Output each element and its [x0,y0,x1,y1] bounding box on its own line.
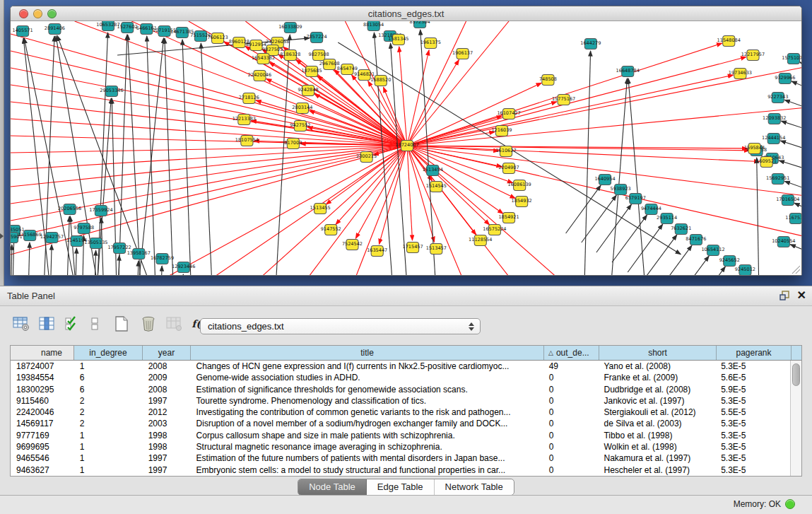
graph-node-yellow[interactable]: 1513457 [426,244,447,255]
table-row[interactable]: 946554611997Estimation of the future num… [11,452,790,464]
graph-node-yellow[interactable]: 1854932 [512,197,532,207]
graph-node-teal[interactable]: 29053346 [100,86,123,97]
column-header-out_de[interactable]: △out_de... [544,346,599,360]
table-row[interactable]: 969969511998Structural magnetic resonanc… [11,441,790,452]
graph-node-teal[interactable]: 2891406 [45,24,65,35]
graph-node-teal[interactable]: 15692951 [766,174,789,185]
graph-node-yellow[interactable]: 1514545 [426,182,447,192]
graph-node-yellow[interactable]: 817003 [284,139,302,149]
graph-node-teal[interactable]: 13505135 [84,238,107,249]
graph-node-yellow[interactable]: 18107554 [235,136,259,146]
graph-node-teal[interactable]: 9227343 [767,93,788,103]
graph-node-teal[interactable]: 1527602 [117,23,138,33]
table-row[interactable]: 1830029562008Estimation of significance … [11,384,790,395]
graph-node-yellow[interactable]: 12217957 [741,50,765,61]
graph-node-teal[interactable]: 1640954 [594,175,615,185]
float-panel-icon[interactable] [779,290,790,301]
graph-node-teal[interactable]: 7857224 [307,33,327,43]
network-canvas[interactable]: 1405571289140610653287152760264661611071… [11,21,801,275]
graph-node-teal[interactable]: 9245652 [719,256,740,267]
table-row[interactable]: 977716911998Corpus callosum shape and si… [11,430,790,441]
table-row[interactable]: 946362711997Embryonic stem cells: a mode… [11,465,790,476]
graph-node-yellow[interactable]: 1581345 [388,35,408,45]
graph-node-yellow[interactable]: 1610627 [495,146,516,157]
graph-node-teal[interactable]: 8572304 [410,21,430,28]
graph-node-yellow[interactable]: 1854921 [498,213,519,223]
memory-indicator-icon[interactable] [785,499,795,509]
table-select[interactable]: citations_edges.txt [200,318,481,334]
graph-node-teal[interactable]: 8813054 [363,21,384,31]
table-vertical-scrollbar[interactable] [790,361,801,476]
graph-node-yellow[interactable]: 16107427 [497,109,520,119]
table-panel-header[interactable]: Table Panel ✕ [0,286,812,306]
column-settings-icon[interactable] [37,313,57,334]
create-column-icon[interactable] [112,313,131,334]
graph-node-yellow[interactable]: 748508 [539,75,557,86]
column-header-short[interactable]: short [599,346,717,360]
graph-node-yellow[interactable]: 1609521 [756,157,777,168]
table-row[interactable]: 1456911722003Disruption of a novel membe… [11,418,790,429]
graph-node-yellow[interactable]: 15775167 [552,95,575,105]
window-titlebar[interactable]: citations_edges.txt [11,6,801,21]
graph-node-teal[interactable]: 9245012 [735,265,755,276]
network-view-window[interactable]: citations_edges.txt 14055712891406106532… [10,6,802,276]
deselect-all-icon[interactable] [85,313,105,334]
column-header-name[interactable]: name [11,346,74,360]
table-row[interactable]: 1938455462009Genome-wide association stu… [11,372,790,383]
graph-node-teal[interactable]: 12923446 [172,262,195,273]
column-header-title[interactable]: title [191,346,544,360]
graph-node-teal[interactable]: 16033809 [278,23,302,33]
graph-node-teal[interactable]: 10654112 [701,245,724,256]
graph-node-yellow[interactable]: 1513455 [310,204,331,214]
graph-node-yellow[interactable]: 11128554 [469,235,492,246]
graph-node-teal[interactable]: 5938923 [611,185,631,195]
graph-node-teal[interactable]: 7632621 [671,224,691,235]
graph-node-yellow[interactable]: 9147552 [321,225,341,235]
collapsed-control-panel[interactable] [0,0,4,286]
graph-node-yellow[interactable]: 11548084 [717,36,741,47]
graph-node-teal[interactable]: 1405571 [13,26,33,37]
window-resize-grip[interactable] [792,266,800,274]
graph-node-teal[interactable]: 16648784 [616,66,640,77]
graph-node-yellow[interactable]: 16086139 [508,180,531,191]
graph-node-teal[interactable]: 8471676 [686,235,706,245]
graph-node-yellow[interactable]: 1635447 [367,246,387,257]
graph-node-teal[interactable]: 16782759 [151,254,174,264]
graph-node-yellow[interactable]: 16575224 [483,225,506,235]
graph-node-teal[interactable]: 9474444 [641,204,661,215]
graph-node-teal[interactable]: 15751074 [782,54,801,64]
graph-node-yellow[interactable]: 1216039 [491,126,512,136]
graph-node-teal[interactable]: 13958167 [127,249,151,259]
graph-node-yellow[interactable]: 1906137 [452,49,473,59]
graph-node-teal[interactable]: 9329966 [775,74,795,84]
tab-node-table[interactable]: Node Table [298,479,367,495]
delete-column-icon[interactable] [139,313,158,334]
graph-node-yellow[interactable]: 19734633 [729,69,752,79]
graph-node-teal[interactable]: 12093832 [763,114,786,124]
table-row[interactable]: 1872400712008Changes of HCN gene express… [11,361,790,372]
table-row[interactable]: 2242004622012Investigating the contribut… [11,407,790,418]
graph-node-yellow[interactable]: 1715457 [403,243,423,253]
column-header-pagerank[interactable]: pagerank [717,346,792,360]
graph-node-teal[interactable]: 12444154 [762,134,785,144]
graph-node-teal[interactable]: 20206556 [58,204,81,215]
graph-node-yellow[interactable]: 2300215 [356,152,377,163]
table-row[interactable]: 911546021997Tourette syndrome. Phenomeno… [11,395,790,407]
table-mode-icon[interactable] [11,313,31,334]
close-panel-icon[interactable]: ✕ [797,289,806,302]
citation-network-graph[interactable]: 1405571289140610653287152760264661611071… [11,21,801,275]
tab-edge-table[interactable]: Edge Table [367,479,435,495]
select-all-icon[interactable] [62,313,82,334]
scrollbar-thumb[interactable] [792,363,800,386]
graph-node-yellow[interactable]: 7524542 [342,240,363,250]
graph-node-teal[interactable]: 1644279 [580,39,601,49]
graph-node-yellow[interactable]: 1588520 [370,76,391,86]
graph-node-yellow[interactable]: 1961375 [420,38,441,49]
graph-node-yellow[interactable]: 12213383 [233,115,256,125]
graph-node-teal[interactable]: 1167533 [785,214,801,224]
graph-node-yellow[interactable]: 2204907 [498,163,519,174]
graph-node-yellow[interactable]: 2718126 [239,93,259,104]
graph-node-teal[interactable]: 2935114 [657,214,677,224]
column-header-in_degree[interactable]: in_degree [74,346,143,360]
tab-network-table[interactable]: Network Table [435,479,514,495]
